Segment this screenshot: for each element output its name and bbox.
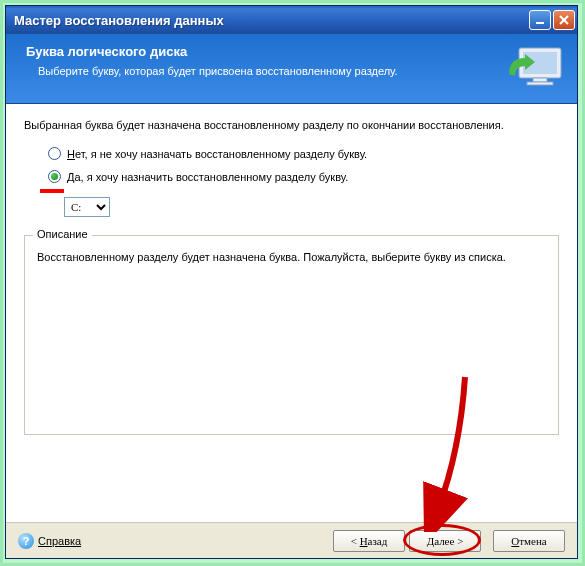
help-label: Справка <box>38 535 81 547</box>
close-button[interactable] <box>553 10 575 30</box>
cancel-button[interactable]: Отмена <box>493 530 565 552</box>
description-box: Описание Восстановленному разделу будет … <box>24 235 559 435</box>
window-title: Мастер восстановления данных <box>14 13 529 28</box>
radio-icon <box>48 170 61 183</box>
next-button[interactable]: Далее > <box>409 530 481 552</box>
description-text: Восстановленному разделу будет назначена… <box>37 250 546 265</box>
back-button[interactable]: < Назад <box>333 530 405 552</box>
help-icon: ? <box>18 533 34 549</box>
wizard-header: Буква логического диска Выберите букву, … <box>6 34 577 104</box>
radio-icon <box>48 147 61 160</box>
description-legend: Описание <box>33 228 92 240</box>
titlebar: Мастер восстановления данных <box>6 6 577 34</box>
drive-letter-select[interactable]: C: <box>64 197 110 217</box>
intro-text: Выбранная буква будет назначена восстано… <box>24 118 559 133</box>
radio-yes-label: Да, я хочу назначить восстановленному ра… <box>67 171 348 183</box>
svg-rect-0 <box>536 22 544 24</box>
help-link[interactable]: ? Справка <box>18 533 81 549</box>
wizard-footer: ? Справка < Назад Далее > Отмена <box>6 522 577 558</box>
restore-monitor-icon <box>505 44 565 94</box>
assign-letter-radiogroup: Нет, я не хочу назначать восстановленном… <box>48 147 559 183</box>
wizard-body: Выбранная буква будет назначена восстано… <box>6 104 577 522</box>
wizard-window: Мастер восстановления данных Буква логич… <box>5 5 578 559</box>
header-subtitle: Выберите букву, которая будет присвоена … <box>38 65 487 77</box>
svg-rect-6 <box>527 82 553 85</box>
header-title: Буква логического диска <box>26 44 487 59</box>
radio-no-label: Нет, я не хочу назначать восстановленном… <box>67 148 367 160</box>
minimize-button[interactable] <box>529 10 551 30</box>
radio-option-yes[interactable]: Да, я хочу назначить восстановленному ра… <box>48 170 559 183</box>
annotation-highlight-bar <box>40 189 64 193</box>
radio-option-no[interactable]: Нет, я не хочу назначать восстановленном… <box>48 147 559 160</box>
svg-rect-5 <box>533 78 547 82</box>
